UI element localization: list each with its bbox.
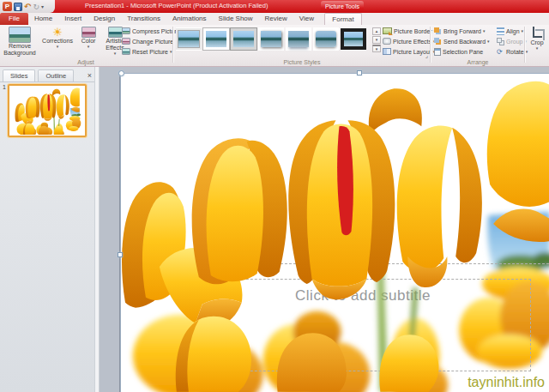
arrange-group-label: Arrange [431,59,524,65]
group-picture-styles: ▴ ▾ ▾ Picture Border ▾ Picture Effects ▾… [173,25,431,66]
picture-layout-icon [383,48,391,55]
tab-insert[interactable]: Insert [58,13,87,25]
crop-icon [531,27,544,39]
dropdown-arrow-icon: ▾ [483,29,486,33]
corrections-button[interactable]: ☀ Corrections ▾ [39,27,75,49]
picture-styles-gallery [176,27,366,51]
dropdown-arrow-icon: ▾ [57,45,59,49]
picture-effects-button[interactable]: Picture Effects ▾ [383,38,436,45]
style-thumbnail-image [233,31,254,47]
bring-forward-button[interactable]: Bring Forward ▾ [434,27,485,35]
gallery-scroll-buttons: ▴ ▾ ▾ [372,27,381,52]
powerpoint-window: P ↶ ↻ ▾ Presentation1 - Microsoft PowerP… [0,0,549,392]
picture-styles-group-label: Picture Styles [173,59,431,65]
tab-format[interactable]: Format [324,13,362,26]
compress-pictures-icon [122,27,130,34]
group-size: Crop ▾ [525,25,549,66]
redo-icon[interactable]: ↻ [33,3,39,11]
tab-outline[interactable]: Outline [38,69,74,81]
save-icon[interactable] [14,3,22,11]
selection-handle-left-middle[interactable] [118,252,123,257]
window-title: Presentation1 - Microsoft PowerPoint (Pr… [85,2,342,9]
sun-icon: ☀ [52,27,63,38]
reset-picture-icon [122,48,130,55]
selection-handle-top-left[interactable] [118,70,124,76]
dropdown-arrow-icon: ▾ [114,51,117,56]
tab-file[interactable]: File [0,13,28,25]
tulips-picture[interactable] [120,73,549,392]
selection-pane-button[interactable]: Selection Pane [434,48,483,56]
slide-thumbnail[interactable] [8,84,87,137]
crop-button[interactable]: Crop ▾ [527,27,547,51]
change-picture-button[interactable]: Change Picture [122,38,173,45]
tab-transitions[interactable]: Transitions [121,13,166,25]
gallery-more-button[interactable]: ▾ [372,45,381,52]
style-thumbnail-image [206,31,226,47]
remove-background-button[interactable]: Remove Background [2,27,38,57]
picture-style-2[interactable] [203,27,229,51]
style-thumbnail-image [261,31,281,47]
picture-style-7[interactable] [341,27,366,51]
tab-view[interactable]: View [293,13,320,25]
panel-splitter[interactable] [94,67,100,392]
quick-access-toolbar: P ↶ ↻ ▾ [0,0,55,13]
color-icon [81,27,96,38]
title-bar: P ↶ ↻ ▾ Presentation1 - Microsoft PowerP… [0,0,549,13]
ribbon-tab-row: File Home Insert Design Transitions Anim… [0,13,549,25]
style-thumbnail-image [344,32,363,46]
align-button[interactable]: Align ▾ [497,27,523,35]
group-objects-icon [497,38,502,43]
panel-tab-row: Slides Outline × [0,69,94,82]
picture-style-1[interactable] [176,27,202,51]
ribbon: Remove Background ☀ Corrections ▾ Color … [0,25,549,67]
color-button[interactable]: Color ▾ [76,27,100,49]
style-thumbnail-image [288,31,309,47]
picture-selection-border-left [120,73,121,392]
group-button[interactable]: Group ▾ [497,38,527,45]
undo-icon[interactable]: ↶ [24,3,31,11]
tab-design[interactable]: Design [87,13,121,25]
picture-effects-icon [383,38,391,45]
gallery-scroll-down-button[interactable]: ▾ [372,36,381,44]
reset-picture-button[interactable]: Reset Picture ▾ [122,48,172,55]
tab-animations[interactable]: Animations [166,13,213,25]
change-picture-icon [122,38,130,45]
gallery-scroll-up-button[interactable]: ▴ [372,27,381,35]
style-thumbnail-image [316,31,336,47]
picture-style-6[interactable] [313,27,339,51]
workspace: Slides Outline × 1 Click to add subtitle [0,67,549,392]
artistic-effects-icon [108,27,123,38]
slide-thumbnail-image [10,87,84,135]
tab-home[interactable]: Home [28,13,58,25]
tab-slide-show[interactable]: Slide Show [213,13,259,25]
picture-border-button[interactable]: Picture Border ▾ [383,27,436,34]
send-backward-icon [434,38,439,43]
slides-panel: Slides Outline × 1 [0,67,94,392]
picture-border-icon [383,27,392,34]
dropdown-arrow-icon: ▾ [87,45,90,49]
watermark: tayninhit.info [468,375,545,390]
slide-canvas[interactable]: Click to add subtitle tayninhit.info [119,73,549,392]
tab-slides[interactable]: Slides [3,69,35,81]
selection-handle-top-middle[interactable] [357,70,362,75]
picture-style-4[interactable] [258,27,284,51]
close-panel-icon[interactable]: × [87,72,92,80]
picture-style-3[interactable] [231,27,256,51]
rotate-icon: ⟳ [497,48,504,56]
group-arrange: Bring Forward ▾ Send Backward ▾ Selectio… [431,25,524,66]
picture-style-5[interactable] [286,27,311,51]
style-thumbnail-image [178,31,199,47]
picture-selection-border-top [121,73,549,74]
bring-forward-icon [434,27,439,33]
powerpoint-icon[interactable]: P [3,2,12,11]
group-adjust: Remove Background ☀ Corrections ▾ Color … [0,25,172,66]
slide-number: 1 [3,84,6,90]
remove-background-icon [9,27,31,43]
rotate-button[interactable]: ⟳ Rotate ▾ [497,48,528,56]
dropdown-arrow-icon: ▾ [487,39,490,44]
send-backward-button[interactable]: Send Backward ▾ [434,38,490,45]
tab-review[interactable]: Review [259,13,293,25]
selection-pane-icon [434,48,441,56]
picture-tools-context-label: Picture Tools [321,1,364,13]
qat-customize-icon[interactable]: ▾ [41,4,44,9]
